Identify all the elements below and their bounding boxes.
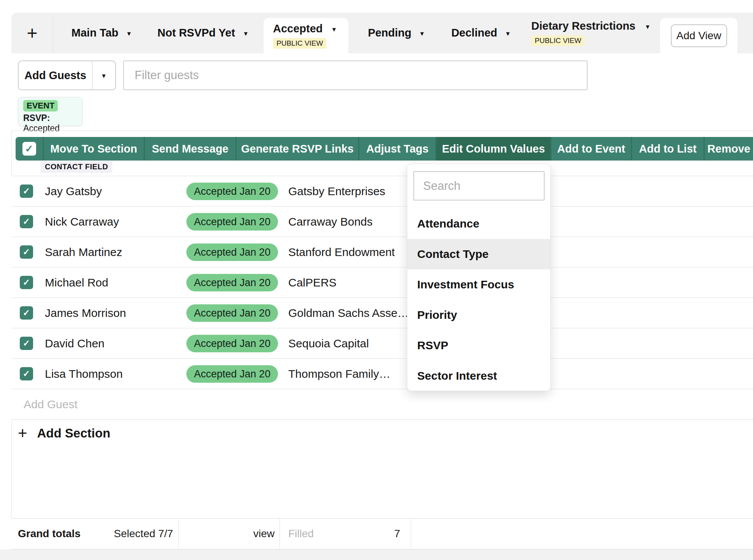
check-icon: ✓ xyxy=(23,338,30,348)
row-checkbox[interactable]: ✓ xyxy=(20,215,33,228)
guest-name: Nick Carraway xyxy=(45,207,119,237)
add-view-button[interactable]: Add View xyxy=(671,24,727,47)
event-badge: EVENT xyxy=(23,100,58,111)
totals-cell-filled[interactable]: Filled 7 xyxy=(288,519,400,549)
column-values-dropdown: Attendance Contact Type Investment Focus… xyxy=(407,164,551,391)
tab-pending[interactable]: Pending ▼ xyxy=(356,13,437,53)
edit-column-values-button[interactable]: Edit Column Values xyxy=(435,137,550,161)
tab-not-rsvpd-yet[interactable]: Not RSVPd Yet ▼ xyxy=(157,13,249,53)
add-guest-placeholder[interactable]: Add Guest xyxy=(24,389,78,420)
chevron-down-icon: ▼ xyxy=(505,31,511,37)
rsvp-status-pill[interactable]: Accepted Jan 20 xyxy=(186,213,278,231)
filled-value: 7 xyxy=(394,528,400,540)
bulk-actions-toolbar: ✓ Move To Section Send Message Generate … xyxy=(16,137,753,161)
chevron-down-icon: ▼ xyxy=(419,31,425,37)
guest-name: Jay Gatsby xyxy=(45,176,102,207)
bottom-background-strip xyxy=(0,549,753,560)
tab-label: Dietary Restrictions xyxy=(531,20,635,32)
add-to-list-button[interactable]: Add to List xyxy=(631,137,704,161)
guest-company[interactable]: Stanford Endowment xyxy=(288,237,395,267)
tab-label: Not RSVPd Yet xyxy=(157,27,235,39)
guest-company[interactable]: Carraway Bonds xyxy=(288,207,373,237)
guest-company[interactable]: Sequoia Capital xyxy=(288,328,369,359)
table-row[interactable]: ✓ James Morrison Accepted Jan 20 Goldman… xyxy=(11,298,753,328)
check-icon: ✓ xyxy=(23,369,30,379)
select-all-checkbox[interactable]: ✓ xyxy=(22,142,36,156)
row-checkbox[interactable]: ✓ xyxy=(20,367,33,380)
table-row[interactable]: ✓ Jay Gatsby Accepted Jan 20 Gatsby Ente… xyxy=(11,176,753,207)
table-top-border xyxy=(11,130,753,131)
table-row[interactable]: ✓ David Chen Accepted Jan 20 Sequoia Cap… xyxy=(11,328,753,359)
totals-cell-view[interactable]: view xyxy=(178,519,275,549)
guest-name: Michael Rod xyxy=(45,267,108,298)
filter-guests-input[interactable] xyxy=(123,60,588,90)
guest-name: David Chen xyxy=(45,328,105,359)
rsvp-status-pill[interactable]: Accepted Jan 20 xyxy=(186,335,278,352)
tab-label: Declined xyxy=(451,27,497,39)
rsvp-status-pill[interactable]: Accepted Jan 20 xyxy=(186,274,278,291)
menu-item-attendance[interactable]: Attendance xyxy=(407,208,550,239)
table-row[interactable]: ✓ Sarah Martinez Accepted Jan 20 Stanfor… xyxy=(11,237,753,267)
tab-label: Accepted xyxy=(273,22,323,35)
rsvp-status-pill[interactable]: Accepted Jan 20 xyxy=(186,183,278,200)
view-tab-bar: + Main Tab ▼ Not RSVPd Yet ▼ Accepted ▼ … xyxy=(11,13,753,53)
tab-dietary-restrictions[interactable]: Dietary Restrictions ▼ PUBLIC VIEW xyxy=(531,13,651,53)
chevron-down-icon: ▼ xyxy=(243,31,249,37)
guest-company[interactable]: CalPERS xyxy=(288,267,337,298)
menu-item-rsvp[interactable]: RSVP xyxy=(407,330,550,361)
add-to-event-button[interactable]: Add to Event xyxy=(550,137,631,161)
chevron-down-icon: ▼ xyxy=(645,24,651,30)
guest-company[interactable]: Goldman Sachs Asse… xyxy=(288,298,409,328)
contact-field-label: CONTACT FIELD xyxy=(41,161,112,172)
rsvp-status-pill[interactable]: Accepted Jan 20 xyxy=(186,304,278,322)
move-to-section-button[interactable]: Move To Section xyxy=(43,137,144,161)
column-divider xyxy=(411,519,411,549)
public-view-badge: PUBLIC VIEW xyxy=(273,38,326,49)
table-row[interactable]: ✓ Lisa Thompson Accepted Jan 20 Thompson… xyxy=(11,359,753,389)
add-guests-dropdown-button[interactable]: ▼ xyxy=(92,61,115,89)
select-all-cell: ✓ xyxy=(16,137,43,161)
column-menu-list: Attendance Contact Type Investment Focus… xyxy=(407,208,550,391)
tab-accepted-active[interactable]: Accepted ▼ PUBLIC VIEW xyxy=(264,18,348,53)
event-filter-chip[interactable]: EVENT RSVP: Accepted xyxy=(18,97,83,126)
menu-item-contact-type[interactable]: Contact Type xyxy=(407,239,550,269)
rsvp-status-pill[interactable]: Accepted Jan 20 xyxy=(186,243,278,261)
chevron-down-icon: ▼ xyxy=(101,73,107,79)
tab-declined[interactable]: Declined ▼ xyxy=(437,13,525,53)
add-view-container: Add View xyxy=(660,18,737,53)
row-checkbox[interactable]: ✓ xyxy=(20,245,33,259)
guest-name: James Morrison xyxy=(45,298,126,328)
rsvp-status-pill[interactable]: Accepted Jan 20 xyxy=(186,365,278,383)
tab-label: Main Tab xyxy=(71,27,119,39)
generate-rsvp-links-button[interactable]: Generate RSVP Links xyxy=(235,137,358,161)
check-icon: ✓ xyxy=(23,308,30,318)
guest-management-screen: + Main Tab ▼ Not RSVPd Yet ▼ Accepted ▼ … xyxy=(0,0,753,560)
add-guests-button[interactable]: Add Guests xyxy=(19,61,92,89)
guest-company[interactable]: Thompson Family… xyxy=(288,359,390,389)
send-message-button[interactable]: Send Message xyxy=(144,137,235,161)
row-checkbox[interactable]: ✓ xyxy=(20,306,33,320)
menu-item-investment-focus[interactable]: Investment Focus xyxy=(407,269,550,300)
row-checkbox[interactable]: ✓ xyxy=(20,276,33,289)
tab-main-tab[interactable]: Main Tab ▼ xyxy=(61,13,143,53)
selected-count: Selected 7/7 xyxy=(114,528,173,540)
remove-button[interactable]: Remove xyxy=(704,137,753,161)
column-search-input[interactable] xyxy=(413,171,545,200)
public-view-badge: PUBLIC VIEW xyxy=(531,35,585,46)
grand-totals-bar: Grand totals Selected 7/7 view Filled 7 xyxy=(11,518,753,549)
menu-item-priority[interactable]: Priority xyxy=(407,300,550,330)
adjust-tags-button[interactable]: Adjust Tags xyxy=(358,137,435,161)
table-row[interactable]: ✓ Nick Carraway Accepted Jan 20 Carraway… xyxy=(11,207,753,237)
row-checkbox[interactable]: ✓ xyxy=(20,185,33,198)
add-tab-button[interactable]: + xyxy=(11,13,53,53)
add-section-button[interactable]: + Add Section xyxy=(18,425,110,441)
add-guest-row[interactable]: Add Guest xyxy=(11,389,753,420)
chevron-down-icon: ▼ xyxy=(126,31,132,37)
guest-company[interactable]: Gatsby Enterprises xyxy=(288,176,385,207)
table-row[interactable]: ✓ Michael Rod Accepted Jan 20 CalPERS xyxy=(11,267,753,298)
filled-label: Filled xyxy=(288,528,314,540)
menu-item-sector-interest[interactable]: Sector Interest xyxy=(407,361,550,391)
row-checkbox[interactable]: ✓ xyxy=(20,337,33,350)
totals-cell-selected: Grand totals Selected 7/7 xyxy=(18,519,173,549)
view-summary: view xyxy=(253,528,275,540)
